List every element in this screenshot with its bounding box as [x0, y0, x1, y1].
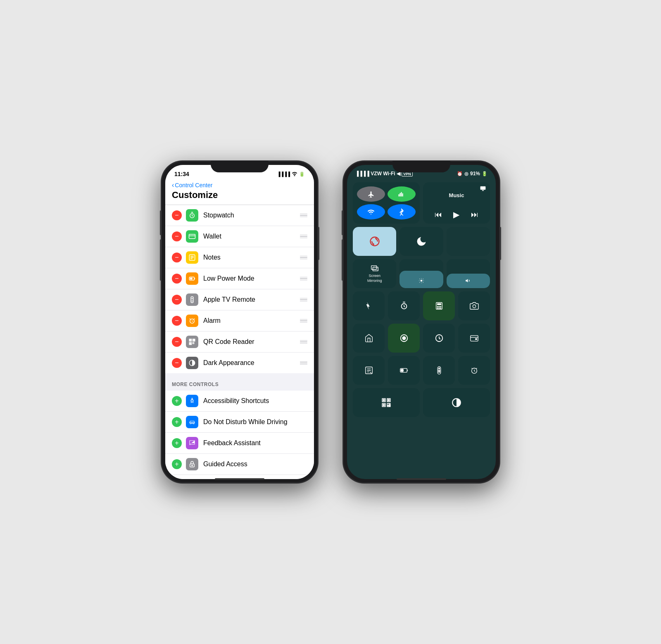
remove-button[interactable]: − [172, 274, 182, 284]
drag-handle[interactable] [300, 340, 307, 344]
drag-handle[interactable] [300, 256, 307, 260]
drag-handle[interactable] [300, 277, 307, 281]
remote-cc-tile[interactable] [423, 356, 455, 385]
phone1-screen: 11:34 ▐▐▐▐ 🔋 ‹ Control Center [165, 165, 314, 479]
drag-handle[interactable] [300, 319, 307, 323]
empty-tile-1 [447, 227, 490, 256]
drag-handle[interactable] [300, 235, 307, 239]
back-link[interactable]: ‹ Control Center [172, 181, 307, 189]
list-item[interactable]: − Apple TV Remote [165, 289, 314, 310]
dark-appearance-cc-tile[interactable] [423, 388, 490, 417]
svg-point-18 [190, 423, 191, 424]
camera-tile[interactable] [458, 291, 490, 320]
remove-button[interactable]: − [172, 337, 182, 347]
music-controls: ⏮ ▶ ⏭ [429, 210, 484, 219]
svg-rect-13 [193, 343, 194, 344]
battery-cc-tile[interactable] [388, 356, 420, 385]
notes-cc-tile[interactable] [353, 356, 385, 385]
list-item[interactable]: − Notes [165, 247, 314, 268]
remove-button[interactable]: − [172, 316, 182, 326]
add-button[interactable]: + [172, 459, 182, 469]
timer-tile[interactable] [388, 291, 420, 320]
remove-button[interactable]: − [172, 358, 182, 368]
item-label: Stopwatch [203, 212, 300, 219]
home-indicator-2 [397, 478, 446, 480]
airplay-icon[interactable] [480, 186, 486, 193]
list-item[interactable]: + Guided Access [165, 454, 314, 475]
cc-row-mid [353, 227, 490, 256]
add-button[interactable]: + [172, 438, 182, 448]
music-tile[interactable]: Music ⏮ ▶ ⏭ [423, 182, 490, 224]
item-label: Do Not Disturb While Driving [203, 418, 307, 426]
screen-mirror-label: ScreenMirroring [367, 274, 382, 283]
status-time: 11:34 [174, 171, 189, 177]
svg-point-34 [440, 306, 441, 307]
svg-rect-59 [390, 406, 390, 407]
rewind-button[interactable]: ⏮ [435, 210, 442, 219]
connectivity-tile[interactable] [353, 182, 420, 224]
svg-marker-24 [482, 190, 484, 191]
list-item[interactable]: − Low Power Mode [165, 268, 314, 289]
alarm-cc-tile[interactable] [458, 356, 490, 385]
list-item[interactable]: + Do Not Disturb While Driving [165, 412, 314, 433]
drag-handle[interactable] [300, 361, 307, 365]
svg-point-33 [439, 306, 440, 307]
svg-point-35 [437, 308, 438, 309]
svg-point-21 [192, 465, 193, 466]
svg-rect-55 [383, 404, 384, 405]
qr-cc-tile[interactable] [353, 388, 420, 417]
back-label[interactable]: Control Center [175, 182, 212, 188]
qr-icon [186, 336, 198, 348]
bluetooth-button[interactable] [388, 204, 416, 219]
home-indicator-1 [215, 478, 264, 480]
cc-row-bottom [353, 388, 490, 417]
cc-grid: Music ⏮ ▶ ⏭ [347, 179, 496, 472]
back-chevron-icon: ‹ [172, 181, 174, 189]
item-label: Guided Access [203, 460, 307, 468]
settings-list: − Stopwatch − Wallet [165, 205, 314, 479]
remove-button[interactable]: − [172, 295, 182, 305]
drag-handle[interactable] [300, 214, 307, 217]
airplane-mode-button[interactable] [357, 186, 385, 202]
fastforward-button[interactable]: ⏭ [471, 210, 478, 219]
list-item[interactable]: − Alarm [165, 310, 314, 332]
nav-bar: ‹ Control Center Customize [165, 180, 314, 205]
record-tile[interactable] [388, 324, 420, 353]
add-button[interactable]: + [172, 396, 182, 406]
drag-handle[interactable] [300, 298, 307, 302]
cellular-button[interactable] [388, 186, 416, 202]
list-item[interactable]: − Wallet [165, 226, 314, 247]
list-item[interactable]: + Accessibility Shortcuts [165, 391, 314, 412]
calculator-tile[interactable] [423, 291, 455, 320]
home-tile[interactable] [353, 324, 385, 353]
wallet-cc-tile[interactable] [458, 324, 490, 353]
volume-slider[interactable] [447, 259, 490, 288]
clock-tile[interactable] [423, 324, 455, 353]
signal-icon: ▐▐▐▐ [277, 172, 290, 177]
add-button[interactable]: + [172, 417, 182, 427]
brightness-slider[interactable] [399, 259, 443, 288]
remove-button[interactable]: − [172, 253, 182, 262]
remove-button[interactable]: − [172, 210, 182, 220]
item-label: Feedback Assistant [203, 439, 307, 447]
svg-rect-7 [192, 300, 193, 301]
svg-rect-43 [475, 339, 477, 340]
svg-point-37 [440, 308, 441, 309]
svg-point-28 [421, 280, 423, 282]
flashlight-tile[interactable] [353, 291, 385, 320]
list-item[interactable]: + Feedback Assistant [165, 433, 314, 454]
svg-point-48 [438, 368, 440, 369]
wifi-button[interactable] [357, 204, 385, 219]
section-header: MORE CONTROLS [165, 373, 314, 391]
list-item[interactable]: − QR Code Reader [165, 332, 314, 353]
screen-mirror-tile[interactable]: ScreenMirroring [353, 259, 396, 288]
dnd-tile[interactable] [399, 227, 443, 256]
svg-rect-15 [190, 343, 191, 344]
remove-button[interactable]: − [172, 231, 182, 241]
item-label: Apple TV Remote [203, 296, 300, 303]
list-item[interactable]: − Stopwatch [165, 205, 314, 226]
alarm-status-icon: ⏰ [457, 171, 463, 177]
rotation-lock-tile[interactable] [353, 227, 396, 256]
list-item[interactable]: − Dark Appearance [165, 353, 314, 373]
play-button[interactable]: ▶ [453, 210, 459, 219]
